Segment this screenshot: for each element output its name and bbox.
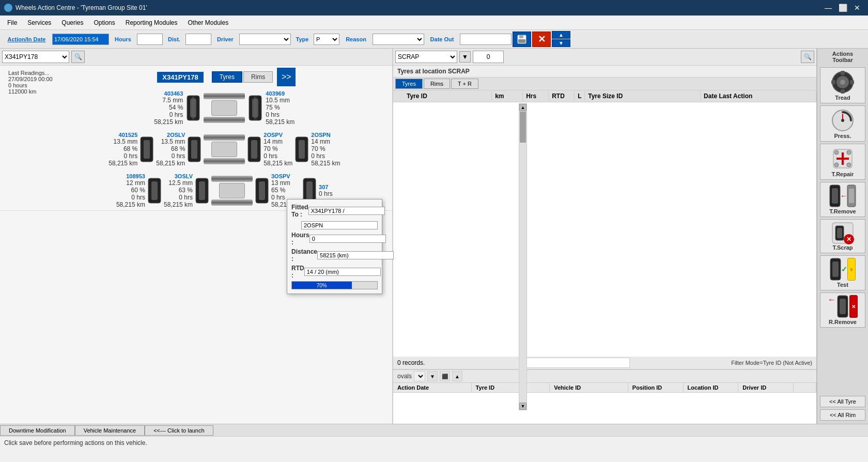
action-date-input[interactable] [52,34,109,45]
scroll-up-btn[interactable]: ▲ [519,104,526,111]
dist-input[interactable] [185,34,211,45]
driver-select[interactable] [239,34,291,45]
tyres-toggle-button[interactable]: Tyres [212,71,242,83]
test-tyre-icon [830,258,841,281]
tyre-3OSPV-id[interactable]: 3OSPV [271,173,290,179]
axle-hub-3 [219,183,245,198]
svg-rect-22 [259,181,265,200]
minimize-button[interactable]: — [822,2,835,13]
axle-hub-2 [211,142,237,157]
scrap-count-input[interactable] [473,51,504,63]
popup-distance-input[interactable] [317,251,394,259]
col-vehicle-id: Vehicle ID [550,383,628,392]
all-rim-button[interactable]: << All Rim [820,409,865,421]
menu-file[interactable]: File [2,17,22,28]
scroll-thumb[interactable] [520,112,526,143]
tyre-401525-id[interactable]: 401525 [119,132,138,138]
menu-other-modules[interactable]: Other Modules [182,17,234,28]
removals-expand-btn[interactable]: ⬛ [440,371,450,381]
titlebar: Wheels Action Centre - 'Tyreman Group Si… [0,0,868,16]
type-select[interactable]: P [314,34,339,45]
svg-rect-8 [254,97,257,119]
tyre-2OSPV-icon [247,136,261,163]
scrap-location-select[interactable]: SCRAP [395,51,457,63]
scrap-search-button[interactable]: 🔍 [801,51,814,63]
hours-label: Hours [110,36,136,42]
nav-up-button[interactable]: ▲ [552,31,570,39]
menu-queries[interactable]: Queries [56,17,88,28]
vehicle-id-select[interactable]: X341PY178 [2,51,69,63]
tyre-3OSLV-id[interactable]: 3OSLV [175,173,193,179]
tremove-button[interactable]: ← T.Remove [820,182,865,217]
statusbar: Click save before performing actions on … [0,436,868,449]
tyre-2OSPN-stats: 14 mm70 %0 hrs58,215 km [311,138,340,167]
scroll-down-btn[interactable]: ▼ [519,403,526,410]
scrap-tyres-tab[interactable]: Tyres [395,79,423,89]
rremove-button[interactable]: ← ✕ R.Remove [820,292,865,328]
downtime-tab[interactable]: Downtime Modification [0,425,75,436]
scrap-rims-tab[interactable]: Rims [424,79,450,89]
test-button[interactable]: ✓ $ Test [820,255,865,290]
nav-down-button[interactable]: ▼ [552,39,570,47]
tyre-2OSPN-id[interactable]: 2OSPN [311,132,330,138]
scrap-filter-input[interactable] [526,358,630,368]
scrap-panel: SCRAP ▼ 🔍 Tyres at location SCRAP Tyres … [393,49,816,424]
removals-select[interactable] [414,371,425,381]
scrap-dropdown-btn[interactable]: ▼ [459,51,471,63]
removals-nav-btn[interactable]: ▼ [427,371,438,381]
svg-rect-48 [837,228,842,238]
tyre-403969-id[interactable]: 403969 [266,90,285,97]
driver-label: Driver [212,36,238,42]
press-label: Press. [834,133,851,139]
cancel-button[interactable]: ✕ [532,32,551,47]
tyre-108953-id[interactable]: 108953 [126,173,145,179]
removals-up-btn[interactable]: ▲ [452,371,462,381]
axle-1 [204,93,245,99]
press-button[interactable]: Press. [820,105,865,142]
tread-button[interactable]: Tread [820,67,865,103]
popup-rtd-input[interactable] [304,268,381,276]
col-position-id: Position ID [628,383,684,392]
trepair-button[interactable]: T.Repair [820,144,865,180]
reason-select[interactable] [373,34,424,45]
svg-point-41 [847,163,851,167]
save-button[interactable] [513,32,531,47]
tyre-307-id[interactable]: 307 [319,184,328,190]
scrap-icon-container: ✕ [831,222,854,244]
axle-3 [211,176,253,182]
scrap-table-header: Tyre ID km Hrs RTD L Tyre Size ID Date L… [393,90,816,102]
tyre-2OSLV-id[interactable]: 2OSLV [167,132,185,138]
vehicle-nav-arrow[interactable]: >> [277,68,296,86]
rremove-icon-container: ← ✕ [828,295,858,318]
tscrap-button[interactable]: ✕ T.Scrap [820,219,865,253]
hours-input[interactable] [137,34,163,45]
maximize-button[interactable]: ⬜ [836,2,849,13]
remove-arrow-icon: ← [840,192,847,200]
scrap-tabs: Tyres Rims T + R [393,78,816,90]
vehicle-search-button[interactable]: 🔍 [71,51,85,63]
tyre-3OSLV-stats: 12.5 mm63 %0 hrs58,215 km [164,179,193,208]
svg-point-40 [834,163,839,167]
popup-fitted-to-input[interactable] [308,207,385,215]
click-to-launch-tab[interactable]: <<--- Click to launch [145,425,213,436]
scrap-col-check [393,91,404,101]
close-button[interactable]: ✕ [850,2,864,13]
popup-position-input[interactable] [301,221,378,229]
popup-hours-input[interactable] [309,235,386,243]
tyre-403463-id[interactable]: 403463 [164,90,183,97]
menu-services[interactable]: Services [22,17,56,28]
vehicle-selector-bar: X341PY178 🔍 [0,49,392,66]
vehicle-scrollbar[interactable]: ▲ ▼ [519,103,527,410]
all-tyre-button[interactable]: << All Tyre [820,396,865,407]
popup-hours-label: Hours : [291,232,309,246]
menu-options[interactable]: Options [88,17,120,28]
date-out-input[interactable] [460,34,512,45]
axle-hub-1 [211,100,237,116]
vehicle-maintenance-tab[interactable]: Vehicle Maintenance [75,425,145,436]
popup-position-row [291,220,378,229]
scrap-tr-tab[interactable]: T + R [451,79,478,89]
titlebar-controls: — ⬜ ✕ [822,2,864,13]
rims-toggle-button[interactable]: Rims [243,71,273,83]
tyre-2OSPV-id[interactable]: 2OSPV [264,132,283,138]
menu-reporting-modules[interactable]: Reporting Modules [120,17,183,28]
